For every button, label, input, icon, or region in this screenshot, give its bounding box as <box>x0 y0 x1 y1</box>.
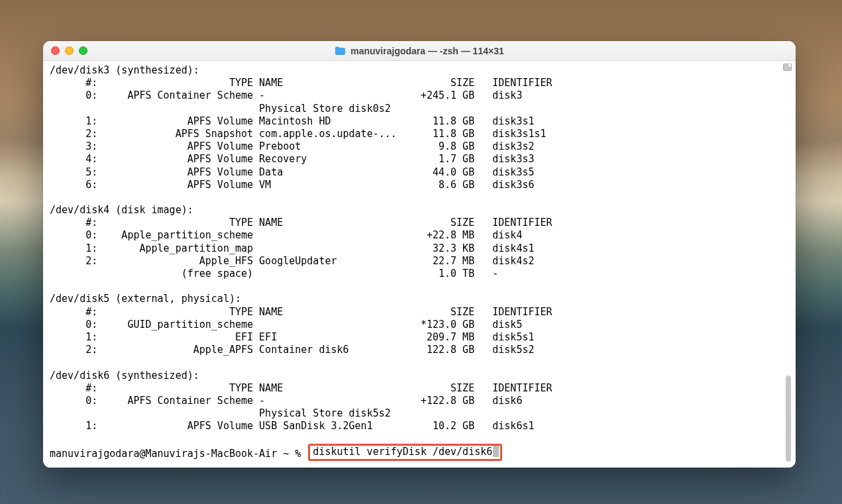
prompt-text: manuvirajgodara@Manuvirajs-MacBook-Air ~… <box>50 448 307 460</box>
disk-row: 0: APFS Container Scheme - +245.1 GB dis… <box>50 89 789 102</box>
disk-row: 3: APFS Volume Preboot 9.8 GB disk3s2 <box>50 140 789 153</box>
zoom-button[interactable] <box>79 46 87 55</box>
window-title-text: manuvirajgodara — -zsh — 114×31 <box>350 46 503 56</box>
title-bar[interactable]: manuvirajgodara — -zsh — 114×31 <box>43 41 796 61</box>
disk-row: #: TYPE NAME SIZE IDENTIFIER <box>50 77 789 89</box>
blank-line <box>50 280 789 293</box>
terminal-window: manuvirajgodara — -zsh — 114×31 /dev/dis… <box>43 41 796 468</box>
disk-header: /dev/disk5 (external, physical): <box>50 293 789 305</box>
disk-row: 1: APFS Volume Macintosh HD 11.8 GB disk… <box>50 115 789 128</box>
disk-row: #: TYPE NAME SIZE IDENTIFIER <box>50 382 789 395</box>
traffic-lights <box>51 46 87 55</box>
disk-header: /dev/disk6 (synthesized): <box>50 370 789 382</box>
disk-row: #: TYPE NAME SIZE IDENTIFIER <box>50 306 789 319</box>
disk-header: /dev/disk4 (disk image): <box>50 204 789 217</box>
scrollbar[interactable] <box>784 63 794 466</box>
blank-line <box>50 356 789 369</box>
disk-row: Physical Store disk0s2 <box>50 103 789 115</box>
disk-row: 0: GUID_partition_scheme *123.0 GB disk5 <box>50 319 789 331</box>
disk-row: 2: APFS Snapshot com.apple.os.update-...… <box>50 128 789 140</box>
command-text[interactable]: diskutil verifyDisk /dev/disk6 <box>313 446 492 458</box>
folder-icon <box>335 46 346 56</box>
disk-row: 2: Apple_HFS GoogleUpdater 22.7 MB disk4… <box>50 255 789 268</box>
scrollbar-thumb[interactable] <box>786 376 791 462</box>
disk-row: 6: APFS Volume VM 8.6 GB disk3s6 <box>50 179 789 191</box>
disk-row: (free space) 1.0 TB - <box>50 268 789 280</box>
cursor <box>493 446 499 457</box>
disk-row: #: TYPE NAME SIZE IDENTIFIER <box>50 217 789 229</box>
page-indicator-icon <box>783 64 792 71</box>
close-button[interactable] <box>51 46 60 55</box>
terminal-content[interactable]: /dev/disk3 (synthesized): #: TYPE NAME S… <box>43 61 796 468</box>
disk-row: 0: APFS Container Scheme - +122.8 GB dis… <box>50 395 789 407</box>
disk-row: 0: Apple_partition_scheme +22.8 MB disk4 <box>50 229 789 242</box>
disk-header: /dev/disk3 (synthesized): <box>50 64 789 77</box>
prompt-line: manuvirajgodara@Manuvirajs-MacBook-Air ~… <box>50 446 789 458</box>
disk-row: 1: Apple_partition_map 32.3 KB disk4s1 <box>50 242 789 255</box>
minimize-button[interactable] <box>65 46 74 55</box>
disk-row: 2: Apple_APFS Container disk6 122.8 GB d… <box>50 344 789 356</box>
terminal-output: /dev/disk3 (synthesized): #: TYPE NAME S… <box>50 64 789 446</box>
disk-row: 5: APFS Volume Data 44.0 GB disk3s5 <box>50 166 789 179</box>
window-title: manuvirajgodara — -zsh — 114×31 <box>43 46 796 56</box>
disk-row: 1: APFS Volume USB SanDisk 3.2Gen1 10.2 … <box>50 420 789 432</box>
disk-row: Physical Store disk5s2 <box>50 407 789 420</box>
disk-row: 1: EFI EFI 209.7 MB disk5s1 <box>50 331 789 344</box>
blank-line <box>50 191 789 204</box>
disk-row: 4: APFS Volume Recovery 1.7 GB disk3s3 <box>50 153 789 166</box>
command-highlight: diskutil verifyDisk /dev/disk6 <box>308 444 502 461</box>
